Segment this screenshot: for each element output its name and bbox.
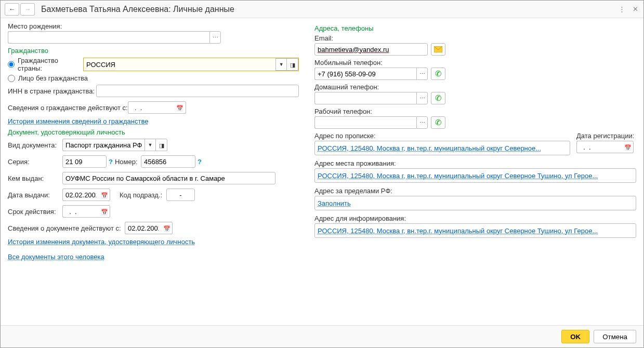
stateless-radio[interactable] [8,75,15,82]
home-call-button[interactable]: ✆ [431,92,445,104]
menu-icon[interactable]: ⋮ [617,5,626,14]
doc-from-calendar[interactable] [161,222,173,234]
reg-date-calendar[interactable] [622,141,634,153]
issue-date-calendar[interactable] [99,189,110,201]
abroad-addr-box[interactable]: Заполнить [314,196,636,210]
number-input[interactable] [141,155,195,168]
doc-section-title: Документ, удостоверяющий личность [8,128,299,136]
doc-type-label: Вид документа: [8,141,62,149]
series-help-icon[interactable]: ? [109,158,113,166]
number-label: Номер: [115,158,141,166]
home-phone-label: Домашний телефон: [314,83,379,91]
birthplace-input[interactable] [8,31,209,44]
cancel-button[interactable]: Отмена [594,330,636,343]
phone-icon: ✆ [435,69,442,78]
mobile-input[interactable] [314,68,416,80]
number-help-icon[interactable]: ? [198,158,202,166]
addresses-section-title: Адреса, телефоны [314,24,636,32]
ok-button[interactable]: OK [561,330,589,343]
close-icon[interactable]: ✕ [631,5,639,14]
doc-from-input[interactable] [125,222,161,234]
work-phone-label: Рабочий телефон: [314,108,372,115]
doc-type-dropdown-button[interactable]: ▼ [144,139,156,151]
envelope-icon [434,46,442,52]
window-title: Бахметьева Татьяна Алексеевна: Личные да… [41,5,617,14]
live-addr-box[interactable]: РОССИЯ, 125480, Москва г, вн.тер.г. муни… [314,168,636,183]
live-addr-label: Адрес места проживания: [314,159,396,167]
inn-label: ИНН в стране гражданства: [8,87,96,95]
division-label: Код подразд.: [120,191,166,199]
issue-date-label: Дата выдачи: [8,191,62,199]
reg-addr-link[interactable]: РОССИЯ, 125480, Москва г, вн.тер.г. муни… [318,144,541,152]
email-label: Email: [314,34,333,42]
issue-date-input[interactable] [62,189,99,201]
abroad-addr-link[interactable]: Заполнить [318,199,351,207]
work-phone-input[interactable] [314,116,416,129]
expiry-label: Срок действия: [8,208,62,216]
reg-addr-box[interactable]: РОССИЯ, 125480, Москва г, вн.тер.г. муни… [314,141,570,155]
citizenship-from-calendar[interactable] [175,101,186,114]
work-call-button[interactable]: ✆ [431,116,445,129]
inform-addr-link[interactable]: РОССИЯ, 125480, Москва г, вн.тер.г. муни… [318,227,598,235]
home-phone-input[interactable] [314,92,416,104]
stateless-label: Лицо без гражданства [18,74,88,82]
issued-by-label: Кем выдан: [8,175,62,182]
live-addr-link[interactable]: РОССИЯ, 125480, Москва г, вн.тер.г. муни… [318,172,598,180]
inform-addr-box[interactable]: РОССИЯ, 125480, Москва г, вн.тер.г. муни… [314,223,636,238]
forward-button[interactable]: → [20,3,35,16]
citizenship-from-input[interactable] [128,101,175,114]
birthplace-label: Место рождения: [8,22,70,30]
all-docs-link[interactable]: Все документы этого человека [8,253,104,261]
doc-from-label: Сведения о документе действуют с: [8,224,125,232]
reg-date-label: Дата регистрации: [576,132,634,140]
home-phone-open-button[interactable] [416,92,428,104]
division-input[interactable] [166,189,195,201]
issued-by-input[interactable] [62,172,275,184]
citizenship-history-link[interactable]: История изменения сведений о гражданстве [8,117,148,125]
doc-type-input[interactable] [62,139,144,151]
country-dropdown-button[interactable]: ▼ [275,58,287,71]
reg-date-input[interactable] [576,141,622,153]
mobile-call-button[interactable]: ✆ [431,68,445,80]
work-phone-open-button[interactable] [416,116,428,129]
expiry-input[interactable] [62,205,99,218]
citizenship-section-title: Гражданство [8,47,299,55]
doc-history-link[interactable]: История изменения документа, удостоверяю… [8,238,195,246]
mobile-label: Мобильный телефон: [314,59,383,66]
citizenship-country-label: Гражданство страны: [18,57,76,72]
inn-input[interactable] [96,85,299,97]
country-input[interactable] [84,58,275,71]
mobile-open-button[interactable] [416,68,428,80]
citizenship-from-label: Сведения о гражданстве действуют с: [8,104,128,112]
series-label: Серия: [8,158,62,166]
back-button[interactable]: ← [5,3,19,16]
citizenship-country-radio[interactable] [8,61,15,68]
reg-addr-label: Адрес по прописке: [314,132,376,140]
email-input[interactable] [314,43,428,56]
inform-addr-label: Адрес для информирования: [314,215,406,222]
doc-type-open-button[interactable] [156,139,167,151]
expiry-calendar[interactable] [99,205,110,218]
birthplace-open-button[interactable] [209,31,221,44]
phone-icon: ✆ [435,93,442,103]
country-open-button[interactable] [287,58,298,71]
series-input[interactable] [62,155,107,168]
phone-icon: ✆ [435,118,442,127]
abroad-addr-label: Адрес за пределами РФ: [314,187,392,195]
send-email-button[interactable] [431,43,445,56]
